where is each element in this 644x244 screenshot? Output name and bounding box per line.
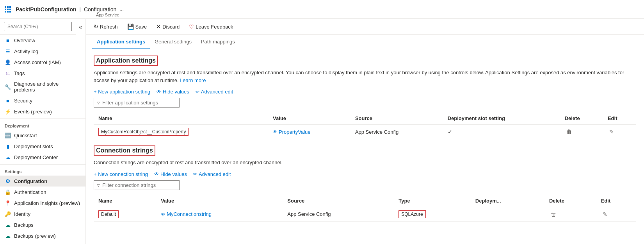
conn-advanced-edit-label: Advanced edit [199, 171, 231, 177]
conn-row-value-link[interactable]: 👁 MyConnectionstring [161, 211, 278, 217]
sidebar-label-activity-log: Activity log [14, 48, 38, 54]
save-label: Save [135, 24, 147, 30]
sidebar-label-configuration: Configuration [14, 178, 47, 184]
toolbar: ↻ Refresh 💾 Save ✕ Discard ♡ Leave Feedb… [86, 19, 644, 35]
new-connection-string-button[interactable]: + New connection string [94, 171, 148, 177]
save-icon: 💾 [127, 23, 134, 30]
conn-table-row: Default 👁 MyConnectionstring App Service… [94, 207, 636, 221]
settings-section-label: Settings [0, 164, 85, 176]
sidebar-item-app-insights[interactable]: 📍 Application Insights (preview) [0, 197, 85, 208]
sidebar-item-backups[interactable]: ☁ Backups [0, 219, 85, 230]
refresh-button[interactable]: ↻ Refresh [92, 22, 119, 31]
sidebar-label-app-insights: Application Insights (preview) [14, 200, 80, 206]
edit-button[interactable]: ✎ [608, 128, 616, 136]
save-button[interactable]: 💾 Save [126, 22, 149, 31]
sidebar-item-activity-log[interactable]: ☰ Activity log [0, 46, 85, 57]
search-input[interactable] [4, 22, 72, 31]
sidebar-search-row: « [0, 19, 85, 35]
filter-app-settings-box[interactable]: ▿ [94, 98, 180, 108]
sidebar-item-configuration[interactable]: ⚙ Configuration [0, 176, 85, 187]
rocket-icon: 🆕 [5, 132, 11, 138]
tab-path-mappings-label: Path mappings [201, 39, 235, 45]
pencil-conn-icon: ✏ [193, 171, 197, 177]
sidebar-label-overview: Overview [14, 38, 35, 43]
hide-values-button[interactable]: 👁 Hide values [157, 89, 189, 95]
row-name-value: MyCustomRootObject__CustomProperty [98, 128, 189, 136]
sidebar-item-deployment-center[interactable]: ☁ Deployment Center [0, 152, 85, 163]
discard-button[interactable]: ✕ Discard [155, 22, 181, 31]
sidebar-item-security[interactable]: ■ Security [0, 95, 85, 106]
advanced-edit-button[interactable]: ✏ Advanced edit [196, 89, 233, 95]
sidebar-item-quickstart[interactable]: 🆕 Quickstart [0, 130, 85, 141]
tab-path-mappings[interactable]: Path mappings [196, 35, 240, 49]
main-layout: « ■ Overview ☰ Activity log 👤 Access con… [0, 19, 644, 244]
tabs-bar: Application settings General settings Pa… [86, 35, 644, 49]
collapse-button[interactable]: « [76, 22, 85, 32]
page-title-header: Configuration [84, 6, 116, 13]
connection-strings-section: Connection strings Connection strings ar… [94, 145, 636, 222]
new-app-setting-button[interactable]: + New application setting [94, 89, 150, 95]
sidebar-item-tags[interactable]: 🏷 Tags [0, 68, 85, 79]
app-icon [5, 6, 11, 13]
header-ellipsis[interactable]: ... [119, 6, 124, 12]
sidebar-label-tags: Tags [14, 70, 25, 76]
sidebar-label-authentication: Authentication [14, 189, 46, 195]
conn-col-source: Source [283, 195, 394, 207]
refresh-label: Refresh [100, 24, 118, 30]
conn-edit-button[interactable]: ✎ [601, 210, 609, 218]
filter-conn-strings-input[interactable] [102, 182, 176, 188]
heart-icon: ♡ [189, 23, 194, 30]
row-delete-cell: 🗑 [560, 125, 603, 139]
top-header: PacktPubConfiguration | Configuration ..… [0, 0, 644, 19]
sidebar-item-overview[interactable]: ■ Overview [0, 35, 85, 46]
tab-general-settings[interactable]: General settings [150, 35, 196, 49]
content-area: ↻ Refresh 💾 Save ✕ Discard ♡ Leave Feedb… [86, 19, 644, 244]
conn-row-edit-cell: ✎ [596, 207, 636, 221]
col-edit: Edit [603, 112, 636, 125]
sidebar-item-deployment-slots[interactable]: ▮ Deployment slots [0, 141, 85, 152]
tab-app-settings[interactable]: Application settings [92, 35, 150, 49]
app-settings-table-body: MyCustomRootObject__CustomProperty 👁 Pro… [94, 125, 636, 139]
row-slot-cell: ✓ [443, 125, 560, 139]
discard-icon: ✕ [156, 23, 161, 30]
house-icon: ■ [5, 37, 11, 43]
conn-col-type: Type [394, 195, 471, 207]
sidebar-item-diagnose[interactable]: 🔧 Diagnose and solve problems [0, 79, 85, 95]
bolt-icon: ⚡ [5, 108, 11, 115]
table-row: MyCustomRootObject__CustomProperty 👁 Pro… [94, 125, 636, 139]
conn-advanced-edit-button[interactable]: ✏ Advanced edit [193, 171, 231, 177]
new-connection-string-label: + New connection string [94, 171, 148, 177]
sidebar-label-security: Security [14, 98, 32, 104]
filter-app-settings-input[interactable] [102, 100, 176, 106]
app-settings-table: Name Value Source Deployment slot settin… [94, 112, 636, 139]
hide-values-label: Hide values [163, 89, 189, 95]
learn-more-link[interactable]: Learn more [180, 77, 206, 83]
col-slot: Deployment slot setting [443, 112, 560, 125]
sidebar-item-iam[interactable]: 👤 Access control (IAM) [0, 57, 85, 68]
app-settings-description-text: Application settings are encrypted at re… [94, 70, 624, 83]
conn-col-name: Name [94, 195, 156, 207]
connection-strings-title: Connection strings [94, 145, 155, 156]
sidebar-scroll: ■ Overview ☰ Activity log 👤 Access contr… [0, 35, 85, 244]
conn-row-type-value: SQLAzure [398, 210, 425, 218]
new-app-setting-label: + New application setting [94, 89, 150, 95]
sidebar-item-identity[interactable]: 🔑 Identity [0, 208, 85, 219]
delete-button[interactable]: 🗑 [565, 128, 573, 136]
sidebar-item-authentication[interactable]: 🔒 Authentication [0, 187, 85, 197]
tab-app-settings-label: Application settings [97, 39, 145, 45]
filter-conn-strings-box[interactable]: ▿ [94, 180, 180, 190]
row-value-cell: 👁 PropertyValue [268, 125, 350, 139]
row-edit-cell: ✎ [603, 125, 636, 139]
conn-delete-button[interactable]: 🗑 [549, 210, 558, 218]
sidebar-item-events[interactable]: ⚡ Events (preview) [0, 106, 85, 117]
conn-row-value-text: MyConnectionstring [167, 211, 212, 217]
grid-icon [5, 6, 11, 13]
col-value: Value [268, 112, 350, 125]
sidebar-item-backups-preview[interactable]: ☁ Backups (preview) [0, 230, 85, 241]
row-value-link[interactable]: 👁 PropertyValue [273, 129, 346, 135]
hide-conn-values-button[interactable]: 👁 Hide values [154, 171, 187, 177]
app-settings-header-row: Name Value Source Deployment slot settin… [94, 112, 636, 125]
discard-label: Discard [162, 24, 180, 30]
conn-row-name-cell: Default [94, 207, 156, 221]
feedback-button[interactable]: ♡ Leave Feedback [187, 22, 235, 31]
